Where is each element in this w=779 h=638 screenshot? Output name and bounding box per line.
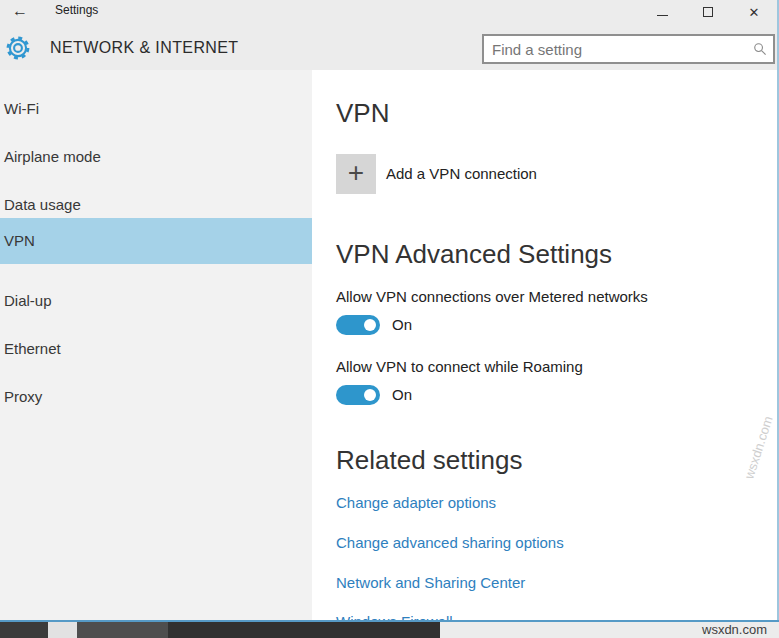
close-icon: ✕ <box>749 6 760 19</box>
window-title: Settings <box>55 3 98 17</box>
settings-gear-icon <box>3 33 33 67</box>
add-square: + <box>336 154 376 194</box>
sidebar-item-ethernet[interactable]: Ethernet <box>0 326 312 372</box>
metered-toggle-label: Allow VPN connections over Metered netwo… <box>336 288 648 305</box>
strip-segment <box>0 622 48 638</box>
app-header: NETWORK & INTERNET <box>0 26 777 70</box>
toggle-knob <box>364 389 376 401</box>
roaming-toggle-row: On <box>336 385 536 405</box>
minimize-button[interactable] <box>639 0 685 24</box>
strip-segment <box>48 622 77 638</box>
sidebar-item-vpn[interactable]: VPN <box>0 218 312 264</box>
link-change-adapter-options[interactable]: Change adapter options <box>336 494 496 511</box>
roaming-toggle[interactable] <box>336 385 380 405</box>
link-change-advanced-sharing-options[interactable]: Change advanced sharing options <box>336 534 564 551</box>
back-arrow-icon: ← <box>12 2 28 19</box>
main-content: VPN + Add a VPN connection VPN Advanced … <box>312 70 777 620</box>
roaming-toggle-label: Allow VPN to connect while Roaming <box>336 358 583 375</box>
window-bottom-border <box>0 620 779 622</box>
bottom-strip <box>0 622 779 638</box>
sidebar: Wi-Fi Airplane mode Data usage VPN Dial-… <box>0 70 312 620</box>
watermark-bottom-right: wsxdn.com <box>702 622 767 637</box>
add-vpn-label: Add a VPN connection <box>386 165 537 182</box>
search-input[interactable] <box>484 36 747 62</box>
close-button[interactable]: ✕ <box>731 0 777 24</box>
sidebar-item-wifi[interactable]: Wi-Fi <box>0 86 312 132</box>
related-settings-title: Related settings <box>336 445 522 476</box>
sidebar-item-proxy[interactable]: Proxy <box>0 374 312 420</box>
metered-toggle-row: On <box>336 315 536 335</box>
link-network-and-sharing-center[interactable]: Network and Sharing Center <box>336 574 525 591</box>
sidebar-item-dial-up[interactable]: Dial-up <box>0 278 312 324</box>
page-header-title: NETWORK & INTERNET <box>50 39 239 57</box>
roaming-toggle-state: On <box>392 386 412 403</box>
settings-window: ← Settings ✕ NETWORK & INTERNET <box>0 0 779 622</box>
title-bar: ← Settings ✕ <box>0 0 777 26</box>
maximize-icon <box>703 7 713 17</box>
sidebar-item-airplane-mode[interactable]: Airplane mode <box>0 134 312 180</box>
back-button[interactable]: ← <box>8 0 32 24</box>
toggle-knob <box>364 319 376 331</box>
strip-segment <box>168 622 440 638</box>
window-controls: ✕ <box>639 0 777 26</box>
minimize-icon <box>657 15 668 16</box>
search-box <box>482 34 775 64</box>
plus-icon: + <box>348 159 364 187</box>
scrollbar-thumb[interactable] <box>77 622 168 638</box>
metered-toggle-state: On <box>392 316 412 333</box>
search-icon[interactable] <box>747 42 773 56</box>
maximize-button[interactable] <box>685 0 731 24</box>
metered-toggle[interactable] <box>336 315 380 335</box>
add-vpn-connection-button[interactable]: + Add a VPN connection <box>336 154 736 194</box>
advanced-settings-title: VPN Advanced Settings <box>336 239 612 270</box>
page-title: VPN <box>336 98 389 129</box>
